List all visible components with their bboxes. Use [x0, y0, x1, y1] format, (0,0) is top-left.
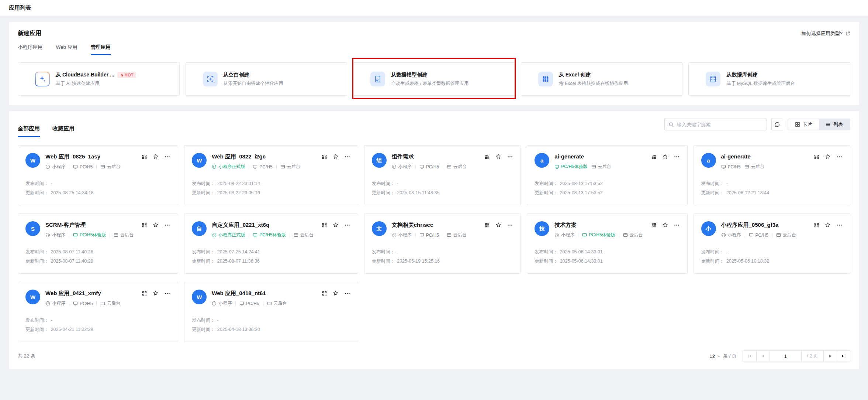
create-card-database[interactable]: 从数据库创建 基于 MySQL 数据库生成管理后台	[688, 62, 850, 96]
first-page-button[interactable]	[743, 351, 756, 362]
favorite-star-button[interactable]	[153, 222, 159, 228]
new-app-title: 新建应用	[18, 30, 41, 37]
app-card[interactable]: S SCRM-客户管理 小程序PC/H5体验版云后台 发布时间：2025-08-…	[18, 213, 178, 274]
more-actions-button[interactable]	[344, 290, 350, 297]
current-page-input[interactable]	[770, 351, 801, 362]
app-actions	[322, 153, 350, 160]
console-icon	[744, 164, 749, 169]
console-tag: 云后台	[776, 232, 796, 238]
avatar: a	[535, 153, 549, 168]
favorite-star-button[interactable]	[825, 154, 831, 160]
qr-code-button[interactable]	[142, 154, 147, 160]
create-card-blank[interactable]: 从空白创建 从零开始自由搭建个性化应用	[186, 62, 347, 96]
app-card[interactable]: W Web 应用_0418_nt61 小程序PC/H5云后台 发布时间：-	[184, 282, 358, 342]
qr-code-button[interactable]	[814, 222, 819, 228]
miniprogram-icon	[212, 164, 217, 169]
more-actions-button[interactable]	[836, 222, 843, 228]
qr-code-button[interactable]	[322, 291, 327, 296]
refresh-icon	[774, 122, 780, 127]
tag-separator	[235, 301, 236, 306]
app-card[interactable]: 技 技术方案 小程序PC/H5体验版云后台 发布时间：2025-05-06 14…	[527, 213, 687, 274]
favorite-star-button[interactable]	[662, 154, 668, 160]
app-card[interactable]: 组 组件需求 小程序PC/H5云后台 发布时间：-	[364, 145, 521, 205]
miniprogram-tag: 小程序	[392, 232, 412, 238]
app-tags: 小程序PC/H5体验版云后台	[45, 232, 134, 238]
qr-code-button[interactable]	[484, 222, 490, 228]
tag-separator	[745, 233, 745, 237]
favorite-star-button[interactable]	[495, 222, 501, 228]
star-icon	[333, 154, 339, 160]
avatar: a	[701, 153, 716, 168]
create-card-excel[interactable]: 从 Excel 创建 将 Excel 表格转换成在线协作应用	[521, 62, 683, 96]
console-icon	[280, 164, 285, 169]
more-actions-button[interactable]	[164, 222, 170, 228]
miniprogram-tag: 小程序正式版	[212, 232, 245, 238]
favorite-star-button[interactable]	[662, 222, 668, 228]
refresh-button[interactable]	[771, 119, 783, 130]
more-actions-button[interactable]	[507, 222, 513, 228]
tab-web-app[interactable]: Web 应用	[56, 44, 77, 55]
view-card-option[interactable]: 卡片	[788, 119, 819, 130]
avatar: W	[192, 290, 207, 304]
view-list-option[interactable]: 列表	[819, 119, 850, 130]
app-card[interactable]: 自 自定义应用_0221_xt6q 小程序正式版PC/H5体验版云后台 发布时间…	[184, 213, 358, 274]
help-link[interactable]: 如何选择应用类型?	[802, 30, 850, 37]
view-toggle: 卡片 列表	[788, 119, 850, 130]
page-size-select[interactable]: 12 条 / 页	[710, 353, 737, 359]
miniprogram-icon	[45, 233, 50, 237]
app-card[interactable]: W Web 应用_0421_xmfy 小程序PC/H5云后台 发布时间：-	[18, 282, 178, 342]
app-times: 发布时间：- 更新时间：2025-08-15 11:48:35	[372, 179, 513, 198]
tab-admin-app[interactable]: 管理应用	[91, 44, 111, 55]
update-time-line: 更新时间：2025-08-07 11:36:36	[192, 257, 350, 266]
app-card[interactable]: 文 文档相关chriscc 小程序PC/H5云后台 发布时间：-	[364, 213, 521, 274]
qr-code-button[interactable]	[322, 222, 327, 228]
last-page-button[interactable]	[837, 351, 850, 362]
create-card-cloudbase-builder[interactable]: 从 CloudBase Builder ... HOT 基于 AI 快速创建应用	[18, 62, 180, 96]
qr-code-button[interactable]	[814, 154, 819, 160]
qr-code-button[interactable]	[142, 222, 147, 228]
qr-code-button[interactable]	[322, 154, 327, 160]
tag-separator	[96, 301, 97, 306]
favorite-star-button[interactable]	[333, 222, 339, 228]
console-tag: 云后台	[591, 164, 611, 170]
app-card[interactable]: 小 小程序应用_0506_gf3a 小程序PC/H5云后台 发布时间：-	[694, 213, 850, 274]
favorite-star-button[interactable]	[825, 222, 831, 228]
favorite-star-button[interactable]	[153, 290, 159, 296]
app-card[interactable]: a ai-generate PC/H5云后台 发布时间：-	[694, 145, 850, 205]
more-actions-button[interactable]	[164, 154, 170, 160]
tab-miniprogram-app[interactable]: 小程序应用	[18, 44, 43, 55]
more-actions-button[interactable]	[836, 154, 843, 160]
console-tag: 云后台	[280, 164, 300, 170]
create-card-data-model[interactable]: 从数据模型创建 自动生成表格 / 表单类型数据管理应用	[353, 62, 515, 96]
console-icon	[447, 164, 452, 169]
qr-code-button[interactable]	[651, 222, 657, 228]
more-actions-button[interactable]	[344, 222, 350, 228]
search-input[interactable]	[677, 122, 763, 127]
next-page-icon	[828, 353, 833, 359]
more-actions-button[interactable]	[674, 222, 680, 228]
app-times: 发布时间：2025-07-25 14:24:41 更新时间：2025-08-07…	[192, 247, 350, 266]
favorite-star-button[interactable]	[333, 290, 339, 296]
tag-separator	[69, 165, 69, 169]
favorite-star-button[interactable]	[333, 154, 339, 160]
app-card[interactable]: W Web 应用_0825_1asy 小程序PC/H5云后台 发布时间：-	[18, 145, 178, 205]
app-actions	[322, 290, 350, 297]
tab-all-apps[interactable]: 全部应用	[18, 125, 40, 137]
qr-code-button[interactable]	[142, 291, 147, 296]
app-card[interactable]: a ai-generate PC/H5体验版云后台 发布时间：2025-08-1…	[527, 145, 687, 205]
tab-favorite-apps[interactable]: 收藏应用	[52, 125, 75, 137]
next-page-button[interactable]	[823, 351, 837, 362]
pagination: 12 条 / 页 / 2 页	[710, 350, 850, 362]
qr-code-button[interactable]	[484, 154, 490, 160]
more-actions-button[interactable]	[344, 154, 350, 160]
more-actions-button[interactable]	[164, 290, 170, 297]
favorite-star-button[interactable]	[495, 154, 501, 160]
app-card[interactable]: W Web 应用_0822_i2gc 小程序正式版PC/H5云后台 发布时间：2…	[184, 145, 358, 205]
prev-page-button[interactable]	[756, 351, 770, 362]
favorite-star-button[interactable]	[153, 154, 159, 160]
qr-code-button[interactable]	[651, 154, 657, 160]
more-actions-button[interactable]	[507, 154, 513, 160]
more-actions-button[interactable]	[674, 154, 680, 160]
miniprogram-icon	[212, 233, 217, 237]
search-box[interactable]	[664, 119, 767, 130]
